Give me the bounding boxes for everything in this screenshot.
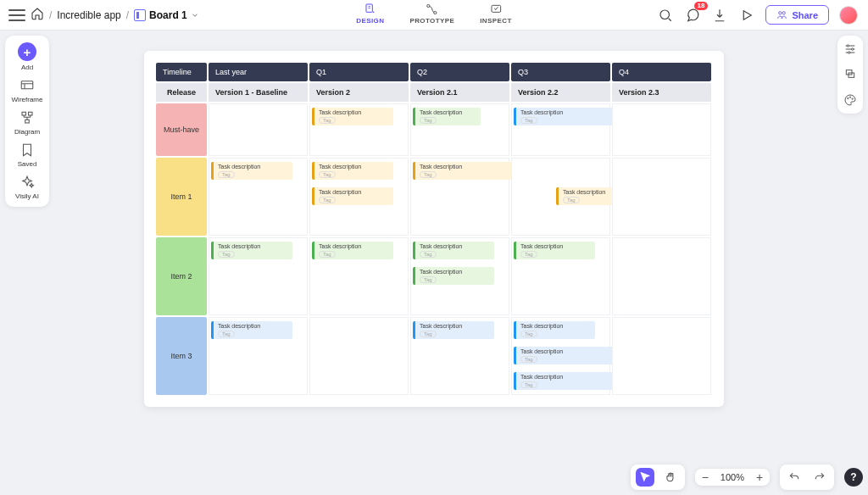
topbar-left: / Incredible app / Board 1 [0, 7, 199, 24]
release-label[interactable]: Release [156, 83, 207, 102]
release-v2[interactable]: Version 2 [309, 83, 409, 102]
palette-icon[interactable] [843, 93, 857, 107]
zoom-out[interactable]: − [700, 472, 710, 482]
layers-icon[interactable] [843, 68, 857, 81]
chevron-down-icon [191, 11, 199, 19]
svg-point-18 [849, 97, 850, 97]
svg-point-1 [372, 11, 374, 13]
zoom-in[interactable]: + [754, 472, 765, 482]
cell[interactable]: Task descriptionTag [209, 317, 308, 395]
task-card[interactable]: Task descriptionTag [211, 162, 292, 180]
task-card[interactable]: Task descriptionTag [312, 108, 393, 125]
mode-prototype-label: PROTOTYPE [409, 17, 454, 25]
sidebar-diagram-label: Diagram [14, 128, 40, 136]
release-v21[interactable]: Version 2.1 [410, 83, 509, 102]
cell[interactable]: Task descriptionTag Task descriptionTag [410, 237, 509, 315]
avatar[interactable] [839, 6, 858, 25]
download-icon[interactable] [711, 7, 728, 24]
cell[interactable]: Task descriptionTag [209, 237, 308, 315]
cell[interactable] [309, 317, 409, 395]
release-v23[interactable]: Version 2.3 [612, 83, 711, 102]
pointer-tool[interactable] [636, 468, 654, 487]
cell[interactable]: Task descriptionTag [209, 158, 308, 236]
sidebar-diagram[interactable]: Diagram [14, 110, 40, 136]
task-card[interactable]: Task descriptionTag [514, 321, 595, 339]
cell[interactable]: Task descriptionTag [309, 103, 409, 156]
sliders-icon[interactable] [843, 42, 857, 56]
cell[interactable]: Task descriptionTag [309, 237, 409, 315]
release-v1[interactable]: Version 1 - Baseline [209, 83, 308, 102]
breadcrumb-sep: / [49, 9, 52, 21]
svg-rect-9 [22, 112, 26, 115]
sidebar-ai[interactable]: Visily AI [15, 175, 39, 200]
undo-button[interactable] [785, 468, 804, 487]
task-card[interactable]: Task descriptionTag [413, 242, 494, 259]
row-item3[interactable]: Item 3 [156, 317, 207, 395]
row-item1[interactable]: Item 1 [156, 158, 207, 236]
share-button[interactable]: Share [765, 5, 829, 25]
svg-point-6 [779, 12, 782, 14]
release-v22[interactable]: Version 2.2 [511, 83, 610, 102]
sidebar-wireframe-label: Wireframe [12, 96, 43, 103]
cell[interactable] [612, 103, 711, 156]
task-card[interactable]: Task descriptionTag [413, 321, 494, 339]
mode-design[interactable]: DESIGN [356, 3, 384, 25]
cell[interactable] [612, 237, 711, 315]
cell[interactable]: Task descriptionTag Task descriptionTag … [511, 317, 610, 395]
breadcrumb-board[interactable]: Board 1 [134, 9, 199, 21]
header-q3[interactable]: Q3 [511, 63, 610, 81]
help-button[interactable]: ? [844, 468, 863, 487]
row-item2[interactable]: Item 2 [156, 237, 207, 315]
notification-badge: 18 [694, 2, 709, 10]
header-lastyear[interactable]: Last year [209, 63, 308, 81]
task-card[interactable]: Task descriptionTag [211, 321, 292, 339]
cell[interactable]: Task descriptionTag [410, 158, 509, 236]
svg-rect-16 [849, 73, 854, 77]
sidebar-wireframe[interactable]: Wireframe [12, 78, 43, 103]
cell[interactable]: Task descriptionTag [410, 103, 509, 156]
comments-icon[interactable]: 18 [684, 7, 701, 24]
header-q4[interactable]: Q4 [612, 63, 711, 81]
header-q1[interactable]: Q1 [309, 63, 409, 81]
canvas-board[interactable]: Timeline Last year Q1 Q2 Q3 Q4 Release V… [144, 51, 724, 407]
svg-rect-15 [846, 70, 852, 75]
wireframe-icon [19, 78, 36, 93]
cell[interactable] [612, 158, 711, 236]
hand-tool[interactable] [661, 468, 680, 487]
zoom-level[interactable]: 100% [717, 472, 748, 482]
cell[interactable]: Task descriptionTag Task descriptionTag [309, 158, 409, 236]
svg-point-13 [851, 48, 853, 50]
sidebar-add-label: Add [21, 64, 33, 71]
cell[interactable]: Task descriptionTag [511, 237, 610, 315]
play-icon[interactable] [738, 7, 755, 24]
svg-point-3 [434, 11, 437, 14]
sidebar-add[interactable]: + Add [18, 42, 36, 71]
header-q2[interactable]: Q2 [410, 63, 509, 81]
cell[interactable]: Task descriptionTag [511, 158, 610, 236]
svg-point-14 [848, 52, 849, 53]
row-musthave[interactable]: Must-have [156, 103, 207, 156]
redo-button[interactable] [810, 468, 829, 487]
svg-rect-8 [21, 81, 33, 89]
search-icon[interactable] [657, 7, 674, 24]
breadcrumb-parent[interactable]: Incredible app [57, 9, 120, 21]
home-icon[interactable] [31, 7, 44, 24]
mode-inspect[interactable]: INSPECT [480, 3, 511, 25]
task-card[interactable]: Task descriptionTag [413, 267, 494, 285]
task-card[interactable]: Task descriptionTag [413, 108, 481, 125]
task-card[interactable]: Task descriptionTag [514, 242, 595, 259]
menu-icon[interactable] [8, 9, 25, 21]
cell[interactable] [612, 317, 711, 395]
cell[interactable]: Task descriptionTag [511, 103, 610, 156]
task-card[interactable]: Task descriptionTag [312, 242, 393, 259]
cell[interactable]: Task descriptionTag [410, 317, 509, 395]
task-card[interactable]: Task descriptionTag [312, 162, 393, 180]
header-timeline[interactable]: Timeline [156, 63, 207, 81]
task-card[interactable]: Task descriptionTag [312, 187, 393, 205]
cell[interactable] [209, 103, 308, 156]
svg-rect-10 [28, 112, 32, 115]
sidebar-saved[interactable]: Saved [18, 142, 37, 168]
svg-point-2 [427, 4, 430, 7]
mode-prototype[interactable]: PROTOTYPE [409, 3, 454, 25]
task-card[interactable]: Task descriptionTag [211, 242, 292, 259]
